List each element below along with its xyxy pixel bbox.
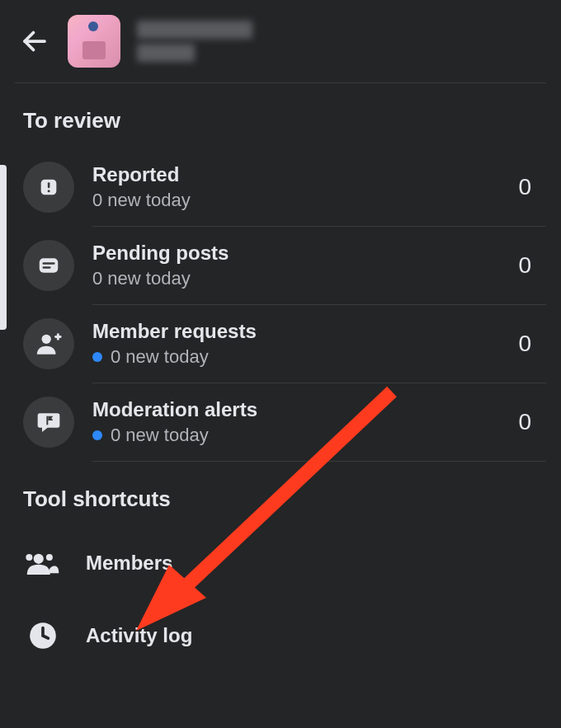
- review-body: Pending posts 0 new today 0: [92, 242, 538, 289]
- svg-point-12: [46, 554, 53, 561]
- section-title-to-review: To review: [15, 83, 546, 148]
- review-title: Member requests: [92, 320, 257, 343]
- review-body: Reported 0 new today 0: [92, 163, 538, 211]
- review-subtitle: 0 new today: [92, 425, 257, 446]
- person-plus-icon: [35, 330, 63, 358]
- scroll-indicator[interactable]: [0, 165, 7, 330]
- tool-icon-wrapper: [23, 616, 63, 655]
- svg-point-7: [42, 335, 51, 344]
- review-count: 0: [518, 331, 538, 357]
- review-count: 0: [518, 409, 538, 435]
- review-title: Moderation alerts: [92, 398, 257, 421]
- review-item-member-requests[interactable]: Member requests 0 new today 0: [15, 305, 546, 383]
- tool-item-members[interactable]: Members: [15, 527, 546, 599]
- content-area: To review Reported 0 new today 0: [0, 83, 561, 672]
- chat-flag-icon: [35, 409, 62, 435]
- members-icon: [26, 546, 60, 580]
- tool-title: Activity log: [86, 624, 192, 647]
- tool-title: Members: [86, 552, 172, 575]
- group-name-redacted: [137, 21, 252, 62]
- back-button[interactable]: [18, 25, 51, 58]
- review-text: Reported 0 new today: [92, 163, 191, 211]
- review-item-reported[interactable]: Reported 0 new today 0: [15, 148, 546, 226]
- exclamation-icon: [37, 176, 60, 199]
- review-item-pending-posts[interactable]: Pending posts 0 new today 0: [15, 227, 546, 304]
- tool-icon-wrapper: [23, 543, 63, 583]
- review-body: Moderation alerts 0 new today 0: [92, 398, 538, 446]
- review-title: Reported: [92, 163, 191, 186]
- review-count: 0: [518, 252, 538, 279]
- review-text: Moderation alerts 0 new today: [92, 398, 257, 446]
- arrow-left-icon: [20, 26, 50, 56]
- review-count: 0: [518, 174, 538, 200]
- blue-dot-indicator: [92, 430, 102, 440]
- svg-rect-10: [46, 416, 48, 425]
- blur-line: [137, 44, 195, 62]
- icon-circle: [23, 318, 74, 369]
- svg-rect-6: [43, 266, 51, 269]
- svg-point-3: [48, 190, 50, 192]
- icon-circle: [23, 240, 74, 291]
- svg-point-11: [34, 554, 44, 564]
- review-subtitle: 0 new today: [92, 346, 257, 368]
- review-text: Member requests 0 new today: [92, 320, 257, 368]
- svg-point-13: [26, 554, 32, 561]
- svg-rect-5: [43, 262, 55, 265]
- blue-dot-indicator: [92, 352, 102, 362]
- review-body: Member requests 0 new today 0: [92, 320, 538, 368]
- blur-line: [137, 21, 252, 39]
- header: [0, 0, 561, 82]
- clock-icon: [27, 620, 59, 651]
- section-title-tool-shortcuts: Tool shortcuts: [15, 462, 546, 527]
- icon-circle: [23, 162, 74, 213]
- post-icon: [36, 253, 61, 278]
- review-title: Pending posts: [92, 242, 229, 265]
- review-subtitle: 0 new today: [92, 268, 229, 289]
- review-subtitle: 0 new today: [92, 190, 191, 211]
- group-avatar[interactable]: [68, 15, 120, 68]
- review-text: Pending posts 0 new today: [92, 242, 229, 289]
- svg-rect-4: [40, 258, 59, 273]
- svg-rect-2: [48, 182, 50, 188]
- tool-item-activity-log[interactable]: Activity log: [15, 599, 546, 672]
- review-item-moderation-alerts[interactable]: Moderation alerts 0 new today 0: [15, 383, 546, 461]
- icon-circle: [23, 397, 74, 448]
